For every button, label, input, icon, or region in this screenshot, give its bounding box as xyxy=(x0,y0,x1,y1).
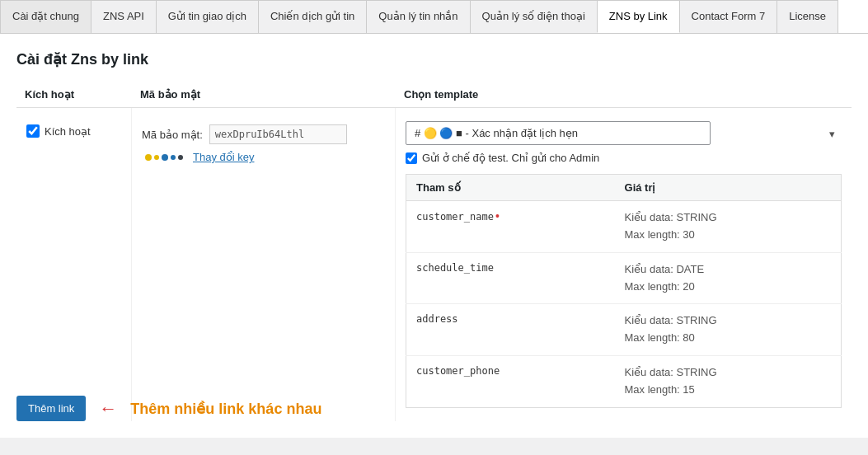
param-row-3: customer_phoneKiểu data: STRINGMax lengt… xyxy=(406,355,842,407)
ma-bao-mat-input[interactable] xyxy=(209,124,347,144)
them-link-button[interactable]: Thêm link xyxy=(16,396,86,421)
tab-chien-dich-gui-tin[interactable]: Chiến dịch gửi tin xyxy=(258,0,367,33)
table-body-row: Kích hoạt Mã bảo mật: Thay đổi key xyxy=(16,108,852,421)
col3-header: Chọn template xyxy=(396,82,852,107)
param-value-3: Kiểu data: STRINGMax length: 15 xyxy=(615,355,842,407)
kichhoat-cell: Kích hoạt xyxy=(16,108,132,421)
param-row-0: customer_name•Kiểu data: STRINGMax lengt… xyxy=(406,201,842,253)
test-mode-checkbox[interactable] xyxy=(406,152,417,164)
param-value-2: Kiểu data: STRINGMax length: 80 xyxy=(615,304,842,356)
dot-blue2 xyxy=(171,155,176,160)
param-row-2: addressKiểu data: STRINGMax length: 80 xyxy=(406,304,842,356)
dot-yellow2 xyxy=(154,155,159,160)
tab-cai-dat-chung[interactable]: Cài đặt chung xyxy=(0,0,91,33)
dot-dark xyxy=(178,155,183,160)
col1-header: Kích hoạt xyxy=(16,82,132,107)
main-content: Cài đặt Zns by link Kích hoạt Mã bảo mật… xyxy=(0,34,868,438)
param-value-0: Kiểu data: STRINGMax length: 30 xyxy=(615,201,842,253)
tab-gui-tin-giao-dich[interactable]: Gửi tin giao dịch xyxy=(156,0,259,33)
dot-blue xyxy=(162,154,168,161)
tab-zns-by-link[interactable]: ZNS by Link xyxy=(597,0,680,33)
col2-header: Mã bảo mật xyxy=(132,82,396,107)
page-title: Cài đặt Zns by link xyxy=(16,50,852,68)
params-col2-header: Giá trị xyxy=(615,175,842,201)
dots-container xyxy=(142,154,186,161)
tab-bar: Cài đặt chungZNS APIGửi tin giao dịchChi… xyxy=(0,0,868,34)
bottom-area: Thêm link ← Thêm nhiều link khác nhau xyxy=(16,396,321,421)
table-header: Kích hoạt Mã bảo mật Chọn template xyxy=(16,82,852,108)
tab-zns-api[interactable]: ZNS API xyxy=(91,0,157,33)
kichhoat-checkbox[interactable] xyxy=(26,124,40,138)
test-mode-label[interactable]: Gửi ở chế độ test. Chỉ gửi cho Admin xyxy=(422,152,599,164)
template-select[interactable]: # 🟡 🔵 ■ - Xác nhận đặt lịch hẹn xyxy=(406,121,711,145)
tab-license[interactable]: License xyxy=(777,0,838,33)
dot-yellow xyxy=(145,154,152,161)
param-name-1: schedule_time xyxy=(406,252,615,304)
ma-bao-mat-label: Mã bảo mật: xyxy=(142,129,203,141)
kichhoat-text: Kích hoạt xyxy=(45,125,91,138)
param-name-0: customer_name• xyxy=(406,201,615,253)
tab-quan-ly-so-dien-thoai[interactable]: Quản lý số điện thoại xyxy=(470,0,598,33)
tab-quan-ly-tin-nhan[interactable]: Quản lý tin nhắn xyxy=(366,0,470,33)
params-col1-header: Tham số xyxy=(406,175,615,201)
template-select-wrapper: # 🟡 🔵 ■ - Xác nhận đặt lịch hẹn ▾ xyxy=(406,121,842,145)
required-dot-0: • xyxy=(495,209,500,223)
kichhoat-label[interactable]: Kích hoạt xyxy=(26,124,91,138)
chevron-down-icon: ▾ xyxy=(829,127,835,139)
param-row-1: schedule_timeKiểu data: DATEMax length: … xyxy=(406,252,842,304)
arrow-right-icon: ← xyxy=(99,398,117,420)
ma-bao-mat-row: Mã bảo mật: Thay đổi key xyxy=(142,124,385,163)
template-cell: # 🟡 🔵 ■ - Xác nhận đặt lịch hẹn ▾ Gửi ở … xyxy=(396,108,852,421)
tab-contact-form-7[interactable]: Contact Form 7 xyxy=(679,0,778,33)
params-table: Tham số Giá trị customer_name•Kiểu data:… xyxy=(406,174,842,407)
param-name-2: address xyxy=(406,304,615,356)
annotation-text: Thêm nhiều link khác nhau xyxy=(130,400,321,418)
mabasomat-cell: Mã bảo mật: Thay đổi key xyxy=(132,108,396,421)
test-mode-row: Gửi ở chế độ test. Chỉ gửi cho Admin xyxy=(406,152,842,164)
param-name-3: customer_phone xyxy=(406,355,615,407)
param-value-1: Kiểu data: DATEMax length: 20 xyxy=(615,252,842,304)
thay-doi-key-link[interactable]: Thay đổi key xyxy=(193,151,254,163)
